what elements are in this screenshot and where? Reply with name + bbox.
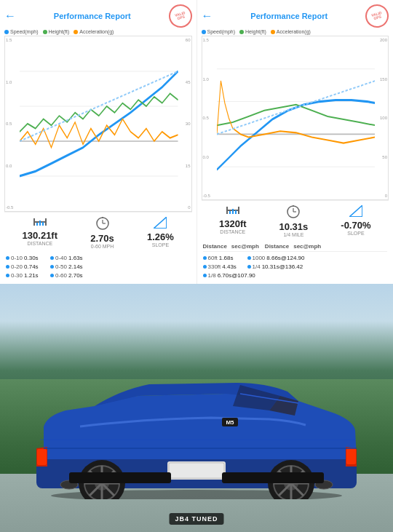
stat-slope-label-1: Slope bbox=[152, 242, 169, 247]
stats-row-2: 1320ft Distance 10.31s 1/4 mile bbox=[202, 200, 389, 240]
chart-2: 1.51.00.50.0-0.5 200150100500 bbox=[202, 36, 389, 200]
svg-rect-64 bbox=[69, 472, 171, 483]
y-axis-right-2: 200150100500 bbox=[375, 36, 388, 199]
svg-rect-27 bbox=[238, 207, 239, 214]
stat-slope-label-2: Slope bbox=[347, 231, 364, 236]
y-axis-right-1: 604530150 bbox=[178, 36, 191, 211]
stat-slope-value-1: 1.26% bbox=[147, 231, 174, 242]
data-table-2-header: Distance sec@mph Distance sec@mph bbox=[203, 242, 388, 252]
stat-slope-2: -0.70% Slope bbox=[341, 205, 370, 237]
data-cell-1-0a: 0-10 0.30s bbox=[6, 255, 46, 261]
legend-speed-1: Speed(mph) bbox=[4, 29, 39, 34]
time-icon-2 bbox=[287, 205, 300, 221]
svg-marker-35 bbox=[349, 205, 362, 217]
svg-rect-9 bbox=[36, 223, 38, 226]
panel-2: ← Performance Report VALIDGPS Speed(mph)… bbox=[197, 0, 394, 284]
slope-icon-2 bbox=[349, 205, 362, 219]
svg-rect-8 bbox=[45, 218, 47, 226]
legend-accel-1: Acceleration(g) bbox=[74, 29, 114, 34]
legend-speed-label-1: Speed(mph) bbox=[10, 29, 39, 34]
stamp-text-1: VALIDGPS bbox=[174, 11, 186, 21]
legend-speed-label-2: Speed(mph) bbox=[207, 29, 236, 34]
stats-row-1: 130.21ft Distance 2.70s 0-60 mph bbox=[4, 212, 192, 252]
svg-point-15 bbox=[102, 217, 103, 218]
data-table-1: 0-10 0.30s 0-40 1.63s 0-20 0.74s 0-50 bbox=[4, 252, 192, 281]
svg-rect-29 bbox=[232, 209, 234, 214]
legend-1: Speed(mph) Height(ft) Acceleration(g) bbox=[4, 29, 192, 34]
data-cell-1-1a: 0-20 0.74s bbox=[6, 263, 46, 270]
stat-slope-value-2: -0.70% bbox=[341, 220, 370, 231]
svg-marker-16 bbox=[154, 217, 167, 229]
data-row-2-0: 60ft 1.68s 1000 8.66s@124.90 bbox=[203, 253, 388, 262]
svg-rect-30 bbox=[235, 210, 237, 214]
svg-rect-10 bbox=[39, 221, 41, 226]
stat-time-2: 10.31s 1/4 mile bbox=[279, 205, 309, 237]
data-cell-1-2a: 0-30 1.21s bbox=[6, 272, 46, 279]
distance-icon-1 bbox=[33, 217, 47, 229]
legend-height-label-1: Height(ft) bbox=[49, 29, 70, 34]
svg-text:M5: M5 bbox=[226, 419, 234, 426]
data-cell-2-1a: 330ft 4.43s bbox=[203, 263, 243, 270]
svg-rect-7 bbox=[33, 218, 35, 226]
legend-accel-label-2: Acceleration(g) bbox=[277, 29, 311, 34]
panel-1: ← Performance Report VALIDGPS Speed(mph)… bbox=[0, 0, 197, 284]
legend-accel-label-1: Acceleration(g) bbox=[79, 29, 114, 34]
stat-time-value-2: 10.31s bbox=[279, 221, 309, 232]
legend-height-2: Height(ft) bbox=[239, 29, 266, 34]
data-row-1-2: 0-30 1.21s 0-60 2.70s bbox=[6, 271, 191, 279]
panel-1-header: ← Performance Report VALIDGPS bbox=[4, 4, 192, 28]
svg-rect-61 bbox=[169, 463, 224, 478]
legend-height-1: Height(ft) bbox=[43, 29, 70, 34]
svg-point-34 bbox=[293, 205, 294, 207]
stamp-text-2: VALIDGPS bbox=[370, 11, 383, 21]
stat-distance-2: 1320ft Distance bbox=[219, 205, 247, 237]
svg-rect-28 bbox=[229, 211, 231, 214]
svg-line-24 bbox=[217, 81, 376, 134]
legend-height-label-2: Height(ft) bbox=[245, 29, 266, 34]
data-row-2-2: 1/8 6.70s@107.90 bbox=[203, 271, 388, 279]
data-row-2-1: 330ft 4.43s 1/4 10.31s@136.42 bbox=[203, 262, 388, 271]
data-cell-2-1b: 1/4 10.31s@136.42 bbox=[247, 263, 303, 270]
back-button-1[interactable]: ← bbox=[4, 9, 16, 23]
data-cell-2-0a: 60ft 1.68s bbox=[203, 255, 243, 261]
legend-accel-2: Acceleration(g) bbox=[271, 29, 311, 34]
svg-rect-26 bbox=[226, 207, 228, 214]
y-axis-left-1: 1.51.00.50.0-0.5 bbox=[5, 36, 20, 211]
data-cell-2-0b: 1000 8.66s@124.90 bbox=[247, 255, 305, 261]
back-button-2[interactable]: ← bbox=[202, 9, 213, 23]
panel-2-header: ← Performance Report VALIDGPS bbox=[202, 4, 389, 28]
svg-rect-40 bbox=[37, 449, 47, 465]
stamp-2: VALIDGPS bbox=[362, 1, 391, 30]
slope-icon-1 bbox=[154, 217, 167, 231]
data-cell-2-2a: 1/8 6.70s@107.90 bbox=[203, 272, 255, 279]
chart-1: 1.51.00.50.0-0.5 604530150 bbox=[4, 36, 192, 212]
svg-rect-11 bbox=[42, 222, 44, 226]
data-table-2: Distance sec@mph Distance sec@mph 60ft 1… bbox=[202, 240, 389, 281]
stat-distance-value-1: 130.21ft bbox=[23, 230, 57, 241]
car-photo: M5 JB4 TUNED bbox=[0, 284, 393, 532]
data-cell-1-0b: 0-40 1.63s bbox=[50, 255, 90, 261]
data-row-1-0: 0-10 0.30s 0-40 1.63s bbox=[6, 253, 191, 262]
distance-icon-2 bbox=[226, 205, 239, 218]
data-cell-1-1b: 0-50 2.14s bbox=[50, 263, 90, 270]
legend-2: Speed(mph) Height(ft) Acceleration(g) bbox=[202, 29, 389, 34]
data-row-1-1: 0-20 0.74s 0-50 2.14s bbox=[6, 262, 191, 271]
time-icon-1 bbox=[96, 217, 109, 232]
legend-speed-2: Speed(mph) bbox=[202, 29, 236, 34]
top-panels: ← Performance Report VALIDGPS Speed(mph)… bbox=[0, 0, 393, 284]
stat-time-value-1: 2.70s bbox=[90, 233, 114, 244]
stat-slope-1: 1.26% Slope bbox=[147, 217, 174, 249]
svg-rect-41 bbox=[346, 448, 356, 464]
stat-time-label-1: 0-60 mph bbox=[91, 244, 114, 249]
stat-distance-label-2: Distance bbox=[220, 229, 245, 234]
stat-distance-value-2: 1320ft bbox=[219, 218, 247, 229]
stat-time-1: 2.70s 0-60 mph bbox=[90, 217, 114, 249]
svg-rect-65 bbox=[222, 472, 324, 483]
panel-2-title: Performance Report bbox=[213, 12, 366, 20]
stat-time-label-2: 1/4 mile bbox=[283, 232, 303, 237]
stat-distance-1: 130.21ft Distance bbox=[23, 217, 57, 249]
stat-distance-label-1: Distance bbox=[27, 241, 52, 246]
stamp-1: VALIDGPS bbox=[166, 1, 194, 30]
data-cell-1-2b: 0-60 2.70s bbox=[50, 272, 90, 279]
y-axis-left-2: 1.51.00.50.0-0.5 bbox=[202, 36, 217, 199]
